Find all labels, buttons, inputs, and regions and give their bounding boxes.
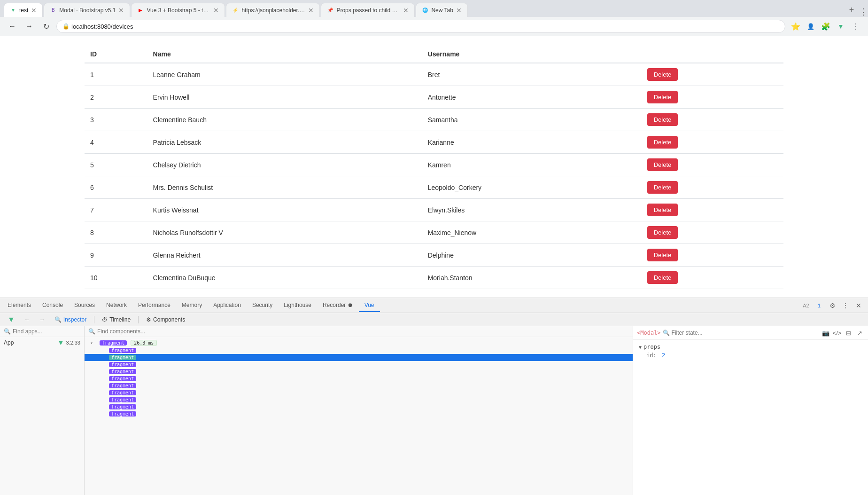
filter-state-input[interactable] <box>672 330 819 336</box>
extension-puzzle-icon[interactable]: 🧩 <box>819 20 832 33</box>
tree-row[interactable]: fragment <box>85 403 633 410</box>
cell-name: Leanne Graham <box>147 63 422 86</box>
back-button[interactable]: ← <box>6 20 19 33</box>
app-item[interactable]: App ▼ 3.2.33 <box>0 337 84 348</box>
devtools-tab-vue[interactable]: Vue <box>359 299 380 312</box>
tab-close-icon[interactable]: ✕ <box>403 7 409 14</box>
back-toolbar-btn[interactable]: ← <box>21 315 34 324</box>
delete-button[interactable]: Delete <box>647 113 678 126</box>
delete-button[interactable]: Delete <box>647 249 678 261</box>
code-icon[interactable]: </> <box>832 328 842 338</box>
components-btn[interactable]: ⚙ Components <box>142 315 189 324</box>
tab-favicon: 📌 <box>327 7 333 14</box>
bookmark-star-icon[interactable]: ⭐ <box>789 20 802 33</box>
tab-label: Props passed to child com... <box>336 7 400 14</box>
devtools-tab-recorder-⏺[interactable]: Recorder ⏺ <box>317 299 359 312</box>
delete-button[interactable]: Delete <box>647 226 678 239</box>
devtools-tab-application[interactable]: Application <box>208 299 247 312</box>
browser-tab-tab1[interactable]: ▼ test ✕ <box>4 3 43 17</box>
props-section-header[interactable]: ▼ props <box>639 344 862 350</box>
right-panel-icons: 📷 </> ⊟ ↗ <box>821 328 864 338</box>
tree-row[interactable]: fragment <box>85 375 633 382</box>
screenshot-icon[interactable]: 📷 <box>821 328 830 338</box>
browser-menu-icon[interactable]: ⋮ <box>849 20 862 33</box>
component-tree: ▾fragment26.3 msfragmentfragmentfragment… <box>85 337 633 495</box>
fragment-badge: fragment <box>109 390 136 395</box>
prop-id: id: 2 <box>639 352 862 359</box>
devtools-tab-memory[interactable]: Memory <box>176 299 208 312</box>
delete-button[interactable]: Delete <box>647 91 678 103</box>
table-row: 5 Chelsey Dietrich Kamren Delete <box>85 154 783 176</box>
dots-icon[interactable]: ⋮ <box>840 300 851 311</box>
vue-logo-icon: ▼ <box>58 339 64 346</box>
cell-username: Delphine <box>422 244 642 267</box>
tab-close-icon[interactable]: ✕ <box>118 7 124 14</box>
tree-row[interactable]: fragment <box>85 382 633 389</box>
tree-row[interactable]: fragment <box>85 361 633 368</box>
delete-button[interactable]: Delete <box>647 181 678 194</box>
devtools-tab-sources[interactable]: Sources <box>69 299 101 312</box>
delete-button[interactable]: Delete <box>647 136 678 149</box>
badge-icon: A2 <box>800 300 812 311</box>
timeline-btn[interactable]: ⏱ Timeline <box>98 315 134 324</box>
close-devtools-icon[interactable]: ✕ <box>853 300 864 311</box>
delete-button[interactable]: Delete <box>647 204 678 216</box>
devtools-tab-security[interactable]: Security <box>247 299 278 312</box>
tree-row[interactable]: fragment <box>85 368 633 375</box>
new-tab-button[interactable]: + <box>845 3 859 17</box>
timing-badge: 26.3 ms <box>131 340 157 346</box>
fragment-badge: fragment <box>109 397 136 402</box>
tab-favicon: ⚡ <box>232 7 239 14</box>
delete-button[interactable]: Delete <box>647 271 678 284</box>
devtools-tab-network[interactable]: Network <box>101 299 132 312</box>
tree-row[interactable]: fragment <box>85 389 633 396</box>
cell-action: Delete <box>642 221 783 244</box>
settings-icon[interactable]: ⚙ <box>827 300 838 311</box>
tab-close-icon[interactable]: ✕ <box>308 7 314 14</box>
tabs-more-button[interactable]: ⋮ <box>859 7 868 17</box>
split-icon[interactable]: ⊟ <box>844 328 853 338</box>
cell-username: Leopoldo_Corkery <box>422 176 642 199</box>
browser-tab-tab5[interactable]: 📌 Props passed to child com... ✕ <box>321 3 415 17</box>
devtools-tab-lighthouse[interactable]: Lighthouse <box>278 299 317 312</box>
find-apps-input[interactable] <box>13 328 83 335</box>
filter-icon: 🔍 <box>663 330 670 336</box>
tab-close-icon[interactable]: ✕ <box>31 7 37 14</box>
browser-tab-tab3[interactable]: ▶ Vue 3 + Bootstrap 5 - the... ✕ <box>131 3 225 17</box>
browser-tab-tab2[interactable]: B Modal · Bootstrap v5.1 ✕ <box>44 3 130 17</box>
table-row: 2 Ervin Howell Antonette Delete <box>85 86 783 109</box>
devtools-tab-elements[interactable]: Elements <box>2 299 37 312</box>
inspector-icon: 🔍 <box>54 316 62 323</box>
fragment-badge: fragment <box>109 348 136 353</box>
delete-button[interactable]: Delete <box>647 158 678 171</box>
cell-action: Delete <box>642 131 783 154</box>
forward-toolbar-btn[interactable]: → <box>36 315 49 324</box>
state-search: <Modal> 🔍 📷 </> ⊟ ↗ <box>633 326 868 340</box>
vue-devtools-icon[interactable]: ▼ <box>834 20 847 33</box>
profile-icon[interactable]: 👤 <box>804 20 817 33</box>
expand-icon[interactable]: ↗ <box>855 328 864 338</box>
search-icon: 🔍 <box>4 328 11 335</box>
tree-row[interactable]: ▾fragment26.3 ms <box>85 339 633 347</box>
cell-id: 5 <box>85 154 147 176</box>
table-row: 1 Leanne Graham Bret Delete <box>85 63 783 86</box>
tab-close-icon[interactable]: ✕ <box>456 7 462 14</box>
timeline-label: Timeline <box>109 316 131 323</box>
devtools-tab-performance[interactable]: Performance <box>132 299 176 312</box>
forward-button[interactable]: → <box>23 20 36 33</box>
tree-row[interactable]: fragment <box>85 410 633 417</box>
address-input[interactable]: 🔒 localhost:8080/devices <box>56 20 785 33</box>
delete-button[interactable]: Delete <box>647 68 678 81</box>
selected-tag-label: <Modal> <box>637 330 661 336</box>
find-components-input[interactable] <box>97 328 629 335</box>
inspector-btn[interactable]: 🔍 Inspector <box>51 315 90 324</box>
devtools-tab-console[interactable]: Console <box>37 299 69 312</box>
browser-tab-tab4[interactable]: ⚡ https://jsonplaceholder.t... ✕ <box>226 3 320 17</box>
browser-tab-tab6[interactable]: 🌐 New Tab ✕ <box>416 3 467 17</box>
tree-row[interactable]: fragment <box>85 347 633 354</box>
reload-button[interactable]: ↻ <box>39 20 53 33</box>
tab-close-icon[interactable]: ✕ <box>213 7 219 14</box>
tree-row[interactable]: fragment <box>85 396 633 403</box>
tree-row[interactable]: fragment <box>85 354 633 361</box>
timeline-icon: ⏱ <box>102 316 108 323</box>
